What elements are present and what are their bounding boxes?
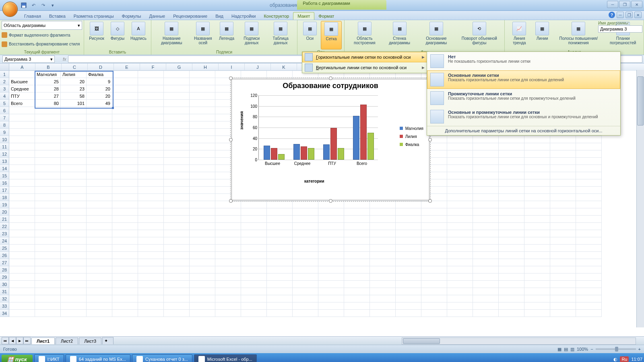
cell[interactable] [550,237,576,245]
cell[interactable] [396,295,421,302]
cell[interactable] [138,114,164,121]
cell[interactable] [190,129,215,136]
cell[interactable] [61,165,87,172]
cell[interactable] [190,295,215,302]
cell[interactable] [241,274,267,281]
cell[interactable] [396,281,421,288]
last-sheet-button[interactable]: ⏭ [23,337,31,344]
cell[interactable] [473,208,499,216]
cell[interactable] [447,150,473,158]
cell[interactable] [473,179,499,187]
cell[interactable] [318,230,344,237]
cell[interactable] [35,230,61,237]
cell[interactable] [396,310,421,317]
cell[interactable] [215,295,241,302]
cell[interactable] [112,150,138,158]
row-header[interactable]: 34 [0,310,9,317]
cell[interactable] [421,237,447,245]
cell[interactable] [396,223,421,230]
zoom-in-button[interactable]: + [638,347,641,352]
row-header[interactable]: 7 [0,114,9,121]
cell[interactable] [293,295,318,302]
cell[interactable] [87,136,112,143]
row-header[interactable]: 25 [0,245,9,252]
tab-page-layout[interactable]: Разметка страницы [70,12,118,20]
cell[interactable] [87,208,112,216]
cell[interactable] [112,295,138,302]
cell[interactable] [190,158,215,165]
cell[interactable] [138,100,164,107]
cell[interactable] [241,295,267,302]
cell[interactable] [396,237,421,245]
tab-home[interactable]: Главная [20,12,45,20]
data-labels-button[interactable]: ▦Подписи данных [237,21,266,49]
cell[interactable] [138,107,164,114]
cell[interactable] [215,208,241,216]
row-header[interactable]: 13 [0,158,9,165]
cell[interactable] [499,143,524,150]
cell[interactable] [138,143,164,150]
cell[interactable] [164,302,190,310]
cell[interactable] [267,310,293,317]
cell[interactable] [550,136,576,143]
cell[interactable] [138,150,164,158]
cell[interactable] [112,259,138,266]
cell[interactable] [190,100,215,107]
cell[interactable] [190,310,215,317]
sheet-tab-2[interactable]: Лист2 [56,337,78,344]
cell[interactable] [344,245,370,252]
cell[interactable] [524,187,550,194]
chart-legend[interactable]: МагнолияЛилияФиалка [400,123,423,149]
cell[interactable] [524,165,550,172]
cell[interactable] [9,165,35,172]
cell[interactable] [138,179,164,187]
cell[interactable] [447,223,473,230]
cell[interactable] [499,165,524,172]
cell[interactable] [112,223,138,230]
cell[interactable] [576,252,602,259]
cell[interactable] [35,179,61,187]
cell[interactable] [396,245,421,252]
cell[interactable] [370,208,396,216]
cell[interactable] [190,143,215,150]
cell[interactable] [9,114,35,121]
cell[interactable] [267,252,293,259]
cell[interactable] [112,201,138,208]
cell[interactable] [524,201,550,208]
cell[interactable] [293,230,318,237]
start-button[interactable]: 🪟 пуск [2,355,33,362]
column-header[interactable]: J [245,64,271,71]
cell[interactable] [190,71,215,78]
cell[interactable] [473,295,499,302]
cell[interactable] [9,310,35,317]
cell[interactable] [190,179,215,187]
gridlines-major-item[interactable]: Основные линии сеткиПоказать горизонталь… [427,70,620,89]
cell[interactable] [215,223,241,230]
cell[interactable] [447,172,473,179]
cell[interactable] [241,266,267,274]
cell[interactable] [241,310,267,317]
cell[interactable] [61,114,87,121]
cell[interactable] [524,172,550,179]
cell[interactable] [344,281,370,288]
cell[interactable] [190,85,215,93]
cell[interactable] [61,129,87,136]
column-header[interactable]: E [114,64,140,71]
cell[interactable] [61,194,87,201]
cell[interactable] [164,310,190,317]
cell[interactable] [550,208,576,216]
cell[interactable] [241,208,267,216]
cell[interactable] [524,302,550,310]
cell[interactable] [138,93,164,100]
cell[interactable] [370,201,396,208]
view-break-icon[interactable]: ▥ [570,347,574,352]
cell[interactable] [9,150,35,158]
cell[interactable] [473,223,499,230]
cell[interactable] [9,245,35,252]
cell[interactable] [215,281,241,288]
cell[interactable] [112,245,138,252]
cell[interactable] [550,223,576,230]
cell[interactable]: 23 [61,85,87,93]
gridlines-both-item[interactable]: Основные и промежуточные линии сеткиПока… [427,107,620,126]
cell[interactable] [344,223,370,230]
